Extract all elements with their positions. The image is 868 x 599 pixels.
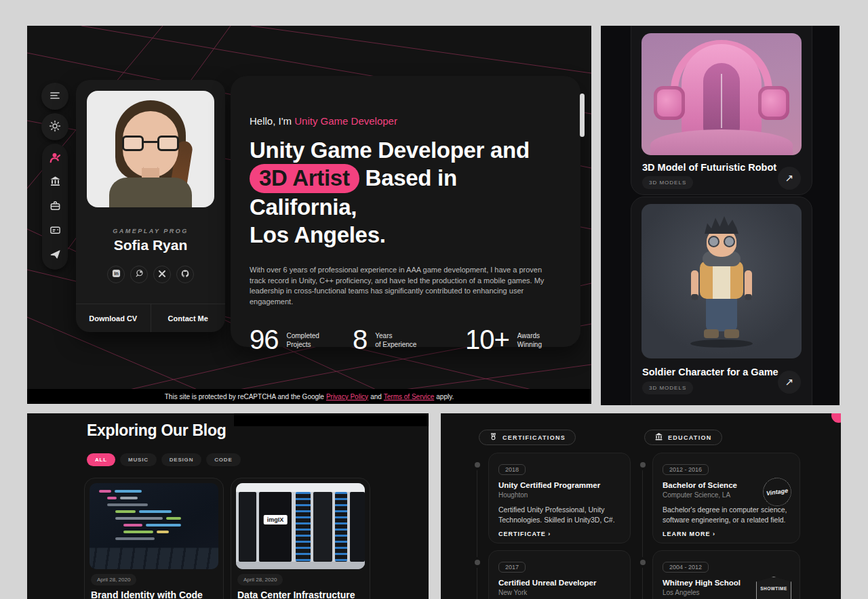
paper-plane-icon [50, 249, 61, 262]
timeline-dot [475, 462, 480, 468]
portfolio-tag-3d-models[interactable]: 3D MODELS [642, 176, 693, 189]
filter-all[interactable]: ALL [87, 453, 115, 466]
portfolio-tag-3d-models[interactable]: 3D MODELS [642, 381, 693, 394]
soldier-boot-left [704, 329, 719, 338]
learn-more-link[interactable]: LEARN MORE › [663, 531, 715, 537]
profile-card: GAMEPLAY PROG Sofia Ryan in [76, 80, 225, 332]
sun-icon [49, 120, 61, 134]
github-button[interactable] [176, 266, 194, 283]
stat-label: CompletedProjects [287, 331, 319, 349]
id-card-icon [50, 224, 61, 238]
pink-dot-decoration [831, 413, 841, 423]
heading-line1: Unity Game Developer and [250, 138, 530, 163]
education-badge[interactable]: EDUCATION [644, 430, 722, 445]
x-twitter-button[interactable] [153, 266, 171, 283]
hero-description: With over 6 years of professional experi… [250, 265, 549, 307]
entry-location: Houghton [498, 491, 620, 499]
data-center-illustration: imgIX [236, 483, 365, 569]
portfolio-card-soldier[interactable]: Soldier Character for a Game 3D MODELS ↗ [631, 197, 812, 405]
badge-label: CERTIFICATIONS [502, 434, 566, 441]
sidebar-item-education[interactable] [42, 171, 68, 194]
menu-button[interactable] [41, 83, 68, 110]
timeline-dot [640, 462, 646, 468]
open-project-button[interactable]: ↗ [778, 371, 801, 394]
ceiling [236, 483, 365, 492]
filter-music[interactable]: MUSIC [120, 453, 157, 466]
period-badge: 2017 [498, 562, 526, 573]
filter-code[interactable]: CODE [206, 453, 240, 466]
soldier-vest [700, 261, 743, 299]
sidebar-section-group [42, 144, 68, 270]
sidebar-item-blog[interactable] [42, 220, 68, 243]
theme-toggle-button[interactable] [41, 113, 68, 140]
heading-line3: Los Angeles. [250, 222, 386, 247]
timeline-line [477, 470, 477, 557]
hero-panel: GAMEPLAY PROG Sofia Ryan in [27, 26, 591, 404]
server-rack [350, 492, 365, 562]
scrollbar-thumb[interactable] [580, 94, 585, 137]
education-card-bachelor: 2012 - 2016 Bachelor of Science Computer… [652, 453, 800, 543]
soldier-illustration [642, 204, 802, 358]
steam-icon [135, 269, 144, 280]
arrow-up-right-icon: ↗ [785, 172, 794, 184]
terms-of-service-link[interactable]: Terms of Service [384, 393, 434, 400]
robot-headphone-right [758, 86, 789, 120]
portfolio-card-title: 3D Model of Futuristic Robot [642, 162, 776, 173]
steam-button[interactable] [130, 266, 148, 283]
download-cv-button[interactable]: Download CV [76, 304, 151, 332]
imgix-logo: imgIX [264, 515, 288, 524]
privacy-policy-link[interactable]: Privacy Policy [326, 393, 368, 400]
soldier-hair [705, 216, 738, 234]
badge-label: EDUCATION [668, 434, 712, 441]
contact-me-button[interactable]: Contact Me [151, 304, 226, 332]
greeting-highlight: Unity Game Developer [294, 115, 397, 127]
photo-glasses-right [157, 136, 179, 151]
recaptcha-text: apply. [436, 393, 454, 400]
certificate-link[interactable]: CERTIFICATE › [498, 531, 551, 537]
blog-card-data-center[interactable]: imgIX April 28, 2020 Data Center Infrast… [231, 478, 370, 599]
entry-title: Certified Unreal Developer [498, 579, 620, 587]
certifications-badge[interactable]: CERTIFICATIONS [479, 430, 576, 445]
code-editor-illustration [90, 483, 218, 569]
stat-label: AwardsWinning [517, 331, 542, 349]
soldier-boot-right [724, 329, 739, 338]
photo-turtleneck [109, 178, 192, 207]
stat-completed-projects: 96 CompletedProjects [250, 325, 353, 355]
soldier-arm-right [745, 270, 752, 300]
profile-photo [87, 91, 214, 207]
open-project-button[interactable]: ↗ [778, 167, 801, 190]
blog-post-date: April 28, 2020 [237, 574, 283, 585]
blog-post-date: April 28, 2020 [91, 574, 136, 585]
education-card-highschool: 2004 - 2012 Whitney High School Los Ange… [652, 550, 800, 599]
timeline-dot [640, 560, 646, 565]
period-badge: 2012 - 2016 [663, 464, 709, 475]
arrow-up-right-icon: ↗ [785, 376, 794, 388]
github-icon [180, 269, 190, 281]
recaptcha-text: and [370, 393, 382, 400]
timeline-dot [475, 560, 480, 565]
blog-post-title: Data Center Infrastructure [237, 590, 365, 599]
portfolio-panel: 3D Model of Futuristic Robot 3D MODELS ↗… [601, 26, 840, 405]
briefcase-icon [50, 200, 61, 213]
linkedin-button[interactable]: in [107, 266, 125, 283]
portfolio-card-robot[interactable]: 3D Model of Futuristic Robot 3D MODELS ↗ [631, 26, 812, 195]
sidebar-item-work[interactable] [42, 195, 68, 218]
greeting-prefix: Hello, I'm [250, 115, 294, 127]
soldier-goggle-left [708, 236, 719, 247]
sidebar-item-contact[interactable] [42, 244, 68, 267]
timeline-line [642, 568, 643, 599]
top-black-strip [234, 413, 429, 426]
robot-image [642, 33, 802, 155]
period-badge: 2018 [498, 464, 526, 475]
filter-design[interactable]: DESIGN [161, 453, 201, 466]
server-rack [313, 492, 332, 562]
soldier-image [642, 204, 802, 358]
profile-name: Sofia Ryan [76, 237, 225, 253]
sidebar-nav [41, 83, 69, 270]
svg-text:in: in [114, 270, 119, 276]
soldier-shadow [690, 339, 753, 348]
sidebar-item-about[interactable] [42, 146, 68, 169]
blog-card-brand-identity[interactable]: April 28, 2020 Brand Identity with Code [84, 478, 224, 599]
stat-value: 8 [353, 325, 367, 355]
stat-awards: 10+ AwardsWinning [465, 325, 542, 355]
